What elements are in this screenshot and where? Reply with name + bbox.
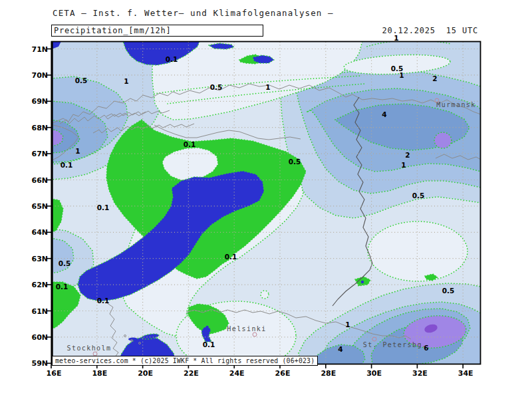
lon-label: 30E <box>366 369 382 378</box>
lon-label: 34E <box>458 369 473 378</box>
contour-value-label: 0.1 <box>56 283 68 291</box>
city-label-stpetersbg: St. Petersbg. <box>363 341 427 348</box>
contour-value-label: 0.1 <box>97 203 110 211</box>
contour-value-label: 1 <box>265 83 270 91</box>
lat-label: 61N <box>31 307 48 315</box>
contour-value-label: 0.5 <box>59 259 71 267</box>
lon-label: 18E <box>92 369 107 378</box>
rain-heavy-aland-2 <box>128 338 138 341</box>
lat-label: 64N <box>31 228 48 237</box>
lon-label: 22E <box>184 369 199 378</box>
contour-value-label: 1 <box>399 71 404 79</box>
city-marker <box>253 332 257 337</box>
dry-zone-right-center <box>368 221 467 281</box>
contour-value-label: 0.5 <box>412 192 425 200</box>
contour-value-label: 0.1 <box>166 55 178 63</box>
contour-value-label: 0.5 <box>442 287 455 295</box>
contour-value-label: 1 <box>345 321 350 329</box>
contour-value-label: 0.5 <box>210 83 223 91</box>
lat-label: 71N <box>31 45 48 53</box>
contour-value-label: 2 <box>405 151 410 159</box>
dry-dot-small <box>261 291 269 299</box>
contour-value-label: 1 <box>75 147 80 155</box>
contour-value-label: 1 <box>124 77 128 85</box>
lat-label: 63N <box>31 254 48 263</box>
contour-value-label: 0.5 <box>289 158 301 166</box>
product-label-box: Precipitation_[mm/12h] <box>51 25 263 37</box>
weather-map-page: CETA – Inst. f. Wetter– und Klimafolgena… <box>0 0 532 399</box>
contour-value-label: 1 <box>394 34 398 42</box>
contour-value-label: 1 <box>401 161 406 169</box>
lat-label: 65N <box>31 201 48 210</box>
lat-label: 62N <box>31 281 48 289</box>
contour-value-label: 4 <box>338 345 342 353</box>
lat-label: 66N <box>31 176 48 184</box>
contour-value-label: 4 <box>382 110 386 118</box>
contour-value-label: 0.1 <box>225 253 237 261</box>
lat-label: 68N <box>31 123 48 132</box>
lon-label: 16E <box>47 369 62 378</box>
lon-label: 26E <box>275 369 291 378</box>
lon-label: 28E <box>321 369 336 378</box>
city-label-stockholm: Stockholm <box>67 344 112 352</box>
lat-label: 60N <box>31 332 48 341</box>
rain-heavy-dot <box>361 281 364 283</box>
contour-value-label: 0.1 <box>203 340 215 348</box>
page-title: CETA – Inst. f. Wetter– und Klimafolgena… <box>53 8 334 18</box>
lat-label: 67N <box>31 150 48 158</box>
contour-value-label: 0.1 <box>97 297 110 305</box>
city-label-helsinki: Helsinki <box>227 325 266 332</box>
city-label-murmansk: Murmansk <box>436 101 475 108</box>
contour-value-label: 0.1 <box>61 161 73 169</box>
lat-label: 69N <box>31 97 48 106</box>
lat-label: 59N <box>31 359 48 368</box>
contour-value-label: 2 <box>432 74 437 82</box>
contour-value-label: 0.5 <box>75 76 88 84</box>
lon-label: 32E <box>412 369 428 378</box>
contour-value-label: 0.1 <box>184 140 196 148</box>
lon-label: 24E <box>229 369 245 378</box>
city-marker <box>372 337 377 342</box>
city-marker <box>435 98 440 103</box>
precip-max-murmansk <box>434 132 452 148</box>
copyright-credit: meteo-services.com * (c)2025 IWKF * All … <box>52 356 318 366</box>
precipitation-map <box>0 0 532 399</box>
lon-label: 20E <box>138 369 153 378</box>
lat-label: 70N <box>31 70 48 79</box>
